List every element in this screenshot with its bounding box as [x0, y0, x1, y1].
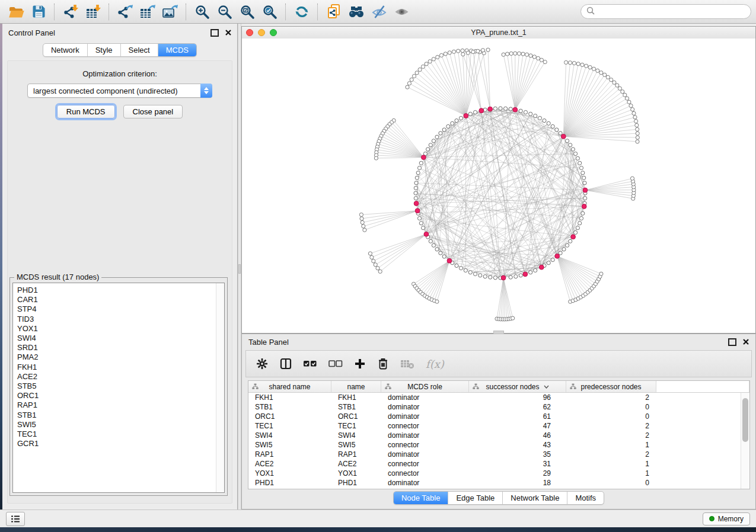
cell-name[interactable]: ACE2: [331, 460, 381, 468]
mcds-result-item[interactable]: SWI4: [17, 334, 216, 343]
show-all-icon[interactable]: [390, 2, 413, 21]
cell-shared-name[interactable]: SWI4: [248, 431, 331, 440]
close-table-panel-icon[interactable]: [743, 338, 749, 347]
mcds-result-item[interactable]: TEC1: [17, 430, 216, 439]
search-box[interactable]: [580, 4, 751, 19]
zoom-fit-icon[interactable]: [236, 2, 259, 21]
mcds-result-item[interactable]: GCR1: [17, 439, 216, 448]
mcds-result-scrollbar[interactable]: [216, 283, 224, 492]
settings-icon[interactable]: [256, 357, 269, 370]
cell-shared-name[interactable]: PHD1: [248, 479, 331, 487]
cell-name[interactable]: RAP1: [331, 450, 381, 459]
export-image-icon[interactable]: [159, 2, 181, 21]
mcds-result-item[interactable]: PHD1: [17, 286, 216, 295]
task-history-button[interactable]: [6, 512, 25, 526]
cell-successor-nodes[interactable]: 46: [469, 431, 566, 440]
cell-mcds-role[interactable]: dominator: [381, 393, 469, 402]
mcds-result-item[interactable]: CAR1: [17, 295, 216, 305]
import-table-icon[interactable]: [82, 2, 104, 21]
cell-predecessor-nodes[interactable]: 1: [566, 469, 656, 477]
cell-name[interactable]: ORC1: [331, 412, 381, 421]
mcds-result-item[interactable]: FKH1: [17, 363, 216, 372]
open-file-icon[interactable]: [5, 2, 27, 21]
search-input[interactable]: [598, 7, 745, 17]
column-header-shared-name[interactable]: shared name: [248, 381, 331, 392]
cell-predecessor-nodes[interactable]: 0: [566, 479, 656, 487]
cell-shared-name[interactable]: RAP1: [248, 450, 331, 459]
export-network-icon[interactable]: [114, 2, 136, 21]
float-panel-icon[interactable]: [210, 29, 219, 37]
deselect-all-icon[interactable]: [328, 359, 343, 368]
share-document-icon[interactable]: [323, 2, 345, 21]
cell-mcds-role[interactable]: connector: [381, 469, 469, 477]
cell-name[interactable]: FKH1: [331, 393, 381, 402]
cell-successor-nodes[interactable]: 43: [469, 441, 566, 449]
network-canvas[interactable]: [242, 39, 755, 333]
column-header-predecessor-nodes[interactable]: predecessor nodes: [566, 381, 656, 392]
cell-shared-name[interactable]: SWI5: [248, 441, 331, 449]
select-all-icon[interactable]: [303, 359, 317, 368]
table-scrollbar[interactable]: [741, 393, 749, 489]
close-panel-icon[interactable]: [225, 28, 231, 37]
column-header-successor-nodes[interactable]: successor nodes: [469, 381, 566, 392]
cell-predecessor-nodes[interactable]: 0: [566, 403, 656, 411]
cell-successor-nodes[interactable]: 47: [469, 422, 566, 430]
cell-mcds-role[interactable]: dominator: [381, 403, 469, 411]
tab-network[interactable]: Network: [43, 44, 87, 56]
cell-successor-nodes[interactable]: 61: [469, 412, 566, 421]
memory-button[interactable]: Memory: [703, 512, 750, 525]
cell-successor-nodes[interactable]: 96: [469, 393, 566, 402]
cell-successor-nodes[interactable]: 62: [469, 403, 566, 411]
cell-name[interactable]: YOX1: [331, 469, 381, 477]
network-graph[interactable]: [242, 39, 755, 333]
cell-name[interactable]: SWI5: [331, 441, 381, 449]
cell-predecessor-nodes[interactable]: 0: [566, 412, 656, 421]
run-mcds-button[interactable]: Run MCDS: [57, 105, 115, 118]
tab-style[interactable]: Style: [87, 44, 120, 56]
criterion-dropdown[interactable]: largest connected component (undirected): [27, 84, 212, 98]
cell-name[interactable]: SWI4: [331, 431, 381, 440]
cell-predecessor-nodes[interactable]: 1: [566, 460, 656, 468]
mcds-result-item[interactable]: PMA2: [17, 352, 216, 362]
cell-mcds-role[interactable]: dominator: [381, 431, 469, 440]
mcds-result-item[interactable]: SWI5: [17, 420, 216, 430]
close-panel-button[interactable]: Close panel: [123, 105, 183, 118]
mcds-result-item[interactable]: STB1: [17, 411, 216, 420]
mcds-result-item[interactable]: STP4: [17, 305, 216, 314]
tab-edge-table[interactable]: Edge Table: [448, 492, 502, 504]
zoom-in-icon[interactable]: [191, 2, 213, 21]
mcds-result-item[interactable]: RAP1: [17, 400, 216, 410]
cell-predecessor-nodes[interactable]: 2: [566, 393, 656, 402]
tab-mcds[interactable]: MCDS: [158, 44, 196, 56]
cell-mcds-role[interactable]: dominator: [381, 412, 469, 421]
mcds-result-item[interactable]: ACE2: [17, 372, 216, 382]
cell-name[interactable]: TEC1: [331, 422, 381, 430]
cell-shared-name[interactable]: ACE2: [248, 460, 331, 468]
vertical-splitter-handle[interactable]: [238, 264, 241, 274]
cell-mcds-role[interactable]: connector: [381, 422, 469, 430]
mcds-result-item[interactable]: STB5: [17, 382, 216, 391]
cell-shared-name[interactable]: YOX1: [248, 469, 331, 477]
import-network-icon[interactable]: [59, 2, 82, 21]
cell-shared-name[interactable]: ORC1: [248, 412, 331, 421]
cell-shared-name[interactable]: STB1: [248, 403, 331, 411]
cell-successor-nodes[interactable]: 29: [469, 469, 566, 477]
cell-shared-name[interactable]: FKH1: [248, 393, 331, 402]
mcds-result-item[interactable]: YOX1: [17, 324, 216, 334]
cell-name[interactable]: STB1: [331, 403, 381, 411]
find-icon[interactable]: [345, 2, 368, 21]
cell-predecessor-nodes[interactable]: 1: [566, 441, 656, 449]
cell-mcds-role[interactable]: dominator: [381, 450, 469, 459]
cell-name[interactable]: PHD1: [331, 479, 381, 487]
mcds-result-item[interactable]: TID3: [17, 315, 216, 324]
delete-icon[interactable]: [377, 357, 389, 370]
export-table-icon[interactable]: [136, 2, 159, 21]
column-header-name[interactable]: name: [331, 381, 381, 392]
column-header-mcds-role[interactable]: MCDS role: [381, 381, 469, 392]
float-table-panel-icon[interactable]: [728, 338, 736, 346]
cell-mcds-role[interactable]: dominator: [381, 479, 469, 487]
cell-mcds-role[interactable]: connector: [381, 441, 469, 449]
save-icon[interactable]: [27, 2, 50, 21]
mcds-result-item[interactable]: ORC1: [17, 391, 216, 400]
tab-node-table[interactable]: Node Table: [394, 492, 448, 504]
